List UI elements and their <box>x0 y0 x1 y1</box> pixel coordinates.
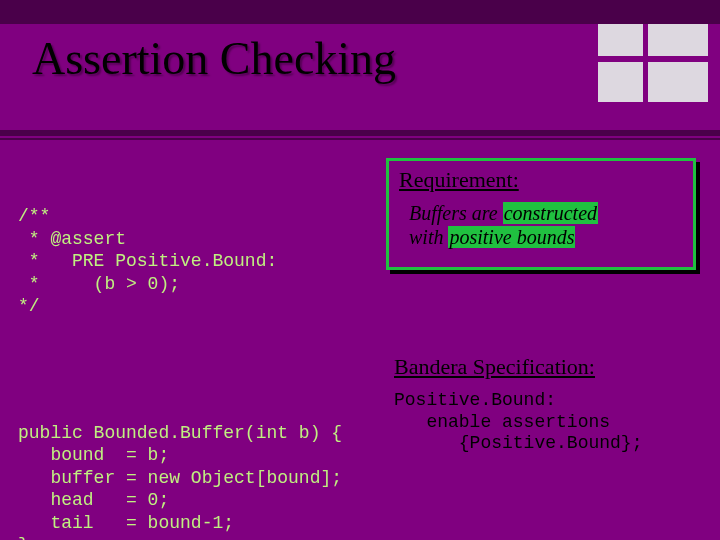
slide-title: Assertion Checking <box>32 32 396 85</box>
code-block: /** * @assert * PRE Positive.Bound: * (b… <box>18 160 378 540</box>
code-method: public Bounded.Buffer(int b) { bound = b… <box>18 422 378 541</box>
req-text: with <box>409 226 443 248</box>
req-text: Buffers are <box>409 202 498 224</box>
req-highlight: positive bounds <box>448 226 575 248</box>
req-highlight: constructed <box>503 202 598 224</box>
divider-thick <box>0 130 720 136</box>
requirement-box: Requirement: Buffers are constructed wit… <box>386 158 696 270</box>
logo-blocks <box>598 24 708 102</box>
requirement-body: Buffers are constructed with positive bo… <box>409 201 683 249</box>
bandera-spec-code: Positive.Bound: enable assertions {Posit… <box>394 390 704 455</box>
divider-thin <box>0 138 720 140</box>
top-color-band <box>0 0 720 24</box>
bandera-spec-heading: Bandera Specification: <box>394 354 704 380</box>
bandera-spec: Bandera Specification: Positive.Bound: e… <box>394 354 704 455</box>
header: Assertion Checking <box>0 24 720 132</box>
requirement-heading: Requirement: <box>399 167 683 193</box>
code-assertion-comment: /** * @assert * PRE Positive.Bound: * (b… <box>18 205 378 318</box>
